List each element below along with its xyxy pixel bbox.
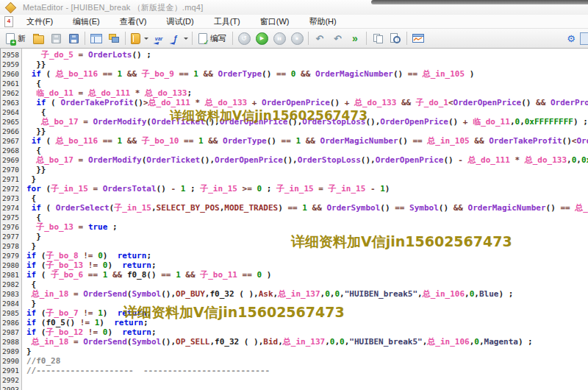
code-line[interactable]: 子_do_5 = OrderLots() ; — [26, 50, 588, 60]
line-number[interactable]: 2989 — [1, 347, 21, 356]
line-number[interactable]: 2961 — [1, 79, 21, 88]
code-line[interactable]: if ( 子_bo_6 == 1 && f0_8() == 1 && 子_bo_… — [26, 270, 588, 280]
line-number[interactable]: 2992 — [1, 375, 21, 385]
line-number[interactable]: 2973 — [1, 194, 21, 203]
line-number[interactable]: 2988 — [1, 337, 21, 347]
code-line[interactable]: if ( OrderSelect(子_in_15,SELECT_BY_POS,M… — [26, 203, 588, 213]
code-line[interactable]: if (子_bo_13 != 0) return; — [26, 260, 588, 270]
settings-button[interactable] — [562, 30, 580, 46]
menu-item-0[interactable]: 文件(F) — [20, 15, 60, 28]
code-line[interactable]: }} — [26, 60, 588, 69]
line-number[interactable]: 2984 — [1, 299, 21, 308]
code-line[interactable]: if ( OrderTakeProfit()>总_do_111 * 总_do_1… — [26, 98, 588, 107]
line-number[interactable]: 2971 — [1, 174, 21, 184]
copy-button[interactable] — [369, 30, 387, 46]
step-out-button[interactable] — [311, 30, 329, 46]
toolbox-panel-button[interactable] — [105, 30, 123, 46]
line-number[interactable]: 2978 — [1, 241, 21, 251]
code-line[interactable]: if (子_bo_8 != 0) return; — [26, 251, 588, 260]
line-number[interactable]: 2987 — [1, 327, 21, 337]
code-line[interactable] — [26, 375, 588, 385]
mql-reference-button[interactable] — [128, 30, 150, 46]
code-line[interactable]: 总_in_18 = OrderSend(Symbol(),OP_SELL,f0_… — [26, 337, 588, 347]
line-number-gutter[interactable]: 2958295929602961296229632964296529662967… — [1, 49, 22, 390]
line-number[interactable]: 2986 — [1, 318, 21, 327]
code-line[interactable]: 临_do_11 = 总_do_111 * 总_do_133; — [26, 88, 588, 98]
line-number[interactable]: 2969 — [1, 155, 21, 165]
code-text-area[interactable]: 子_do_5 = OrderLots() ; }} if ( 总_bo_116 … — [22, 49, 588, 390]
code-line[interactable]: 总_in_18 = OrderSend(Symbol(),OP_BUY,f0_3… — [26, 289, 588, 299]
code-line[interactable]: 总_bo_17 = OrderModify(OrderTicket(),Orde… — [26, 155, 588, 165]
open-file-button[interactable] — [29, 30, 47, 46]
line-number[interactable]: 2993 — [1, 385, 21, 390]
code-line[interactable]: //f0_28 — [26, 356, 588, 366]
line-number[interactable]: 2966 — [1, 127, 21, 136]
line-number[interactable]: 2963 — [1, 98, 21, 107]
line-number[interactable]: 2972 — [1, 184, 21, 194]
save-as-button[interactable] — [65, 30, 82, 46]
save-button[interactable] — [47, 30, 65, 46]
line-number[interactable]: 2983 — [1, 289, 21, 299]
code-line[interactable]: }} — [26, 165, 588, 174]
code-line[interactable]: if ( 总_bo_116 == 1 && 子_bo_10 == 1 && Or… — [26, 136, 588, 146]
line-number[interactable]: 2976 — [1, 222, 21, 232]
restart-debug-button[interactable] — [235, 30, 253, 46]
line-number[interactable]: 2981 — [1, 270, 21, 280]
step-into-button[interactable] — [329, 30, 346, 46]
menu-item-6[interactable]: 帮助(H) — [302, 15, 343, 28]
start-debug-button[interactable] — [253, 30, 270, 46]
search-function-button[interactable] — [168, 30, 190, 46]
code-line[interactable]: { — [26, 79, 588, 88]
code-line[interactable]: if (子_bo_12 != 0) return; — [26, 327, 588, 337]
mq4-file-icon: 4 — [4, 16, 13, 27]
menu-item-5[interactable]: 窗口(W) — [254, 15, 296, 28]
print-preview-button[interactable] — [387, 30, 404, 46]
line-number[interactable]: 2979 — [1, 251, 21, 260]
continue-button[interactable] — [346, 30, 364, 46]
line-number[interactable]: 2965 — [1, 117, 21, 127]
code-line[interactable]: }} — [26, 127, 588, 136]
line-number[interactable]: 2959 — [1, 60, 21, 69]
new-file-button[interactable]: + 新 — [2, 30, 29, 46]
metaeditor-logo-icon — [5, 1, 17, 13]
search-var-button[interactable] — [150, 30, 168, 46]
menu-item-3[interactable]: 调试(D) — [159, 15, 200, 28]
code-line[interactable]: for (子_in_15 = OrdersTotal() - 1 ; 子_in_… — [26, 184, 588, 194]
line-number[interactable]: 2975 — [1, 213, 21, 222]
code-editor[interactable]: 2958295929602961296229632964296529662967… — [0, 49, 588, 390]
stop-debug-button[interactable] — [288, 30, 306, 46]
line-number[interactable]: 2967 — [1, 136, 21, 146]
code-line[interactable]: //-------------------- -----------------… — [26, 366, 588, 375]
code-line[interactable]: { — [26, 194, 588, 203]
line-number[interactable]: 2968 — [1, 146, 21, 155]
code-line[interactable]: { — [26, 146, 588, 155]
code-line[interactable]: { — [26, 213, 588, 222]
line-number[interactable]: 2964 — [1, 107, 21, 117]
copy-icon — [372, 32, 384, 45]
line-number[interactable]: 2962 — [1, 88, 21, 98]
open-terminal-button[interactable] — [409, 30, 427, 46]
code-line[interactable]: if ( 总_bo_116 == 1 && 子_bo_9 == 1 && Ord… — [26, 69, 588, 79]
code-line[interactable] — [26, 385, 588, 390]
code-line[interactable]: { — [26, 280, 588, 289]
line-number[interactable]: 2977 — [1, 232, 21, 241]
menu-item-1[interactable]: 编辑(E) — [66, 15, 107, 28]
code-line[interactable]: 子_bo_13 = true ; — [26, 222, 588, 232]
toolbar-overflow-button[interactable] — [580, 32, 588, 45]
line-number[interactable]: 2991 — [1, 366, 21, 375]
menu-item-2[interactable]: 查看(V) — [113, 15, 154, 28]
line-number[interactable]: 2982 — [1, 280, 21, 289]
navigator-panel-button[interactable] — [87, 30, 105, 46]
code-line[interactable]: } — [26, 347, 588, 356]
line-number[interactable]: 2970 — [1, 165, 21, 174]
line-number[interactable]: 2974 — [1, 203, 21, 213]
line-number[interactable]: 2980 — [1, 260, 21, 270]
line-number[interactable]: 2990 — [1, 356, 21, 366]
pause-debug-button[interactable] — [270, 30, 288, 46]
code-line[interactable]: } — [26, 174, 588, 184]
line-number[interactable]: 2960 — [1, 69, 21, 79]
line-number[interactable]: 2985 — [1, 308, 21, 318]
compile-button[interactable]: 编写 — [195, 30, 230, 46]
menu-item-4[interactable]: 工具(T) — [207, 15, 247, 28]
line-number[interactable]: 2958 — [1, 50, 21, 60]
